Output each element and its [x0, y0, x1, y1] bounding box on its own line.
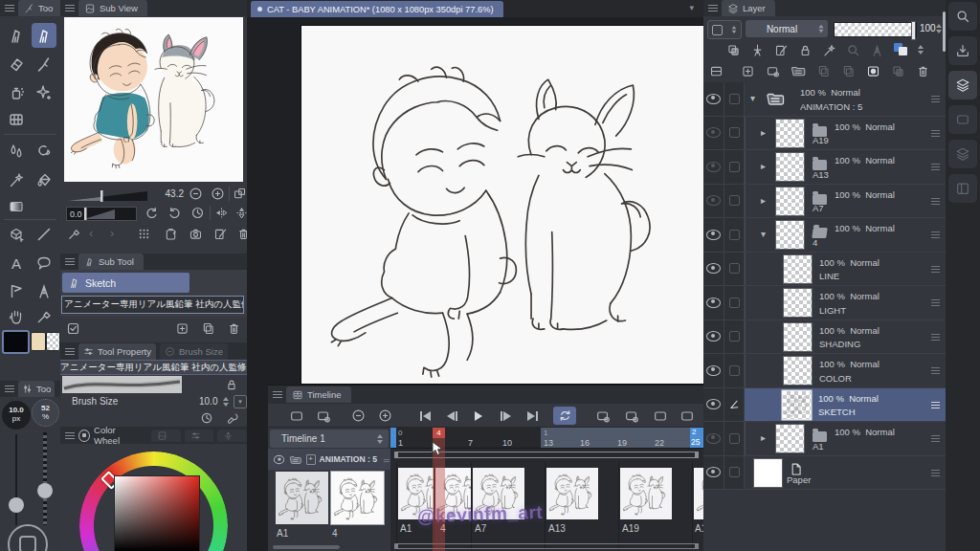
clip-to-layer-icon[interactable]: [726, 43, 741, 57]
brush-size-readout[interactable]: 10.0px: [2, 401, 31, 430]
stabilizer-dial[interactable]: [8, 524, 48, 551]
layer-checkbox[interactable]: [729, 162, 740, 172]
skip-to-start-button[interactable]: [413, 407, 436, 425]
layer-row-animation-folder[interactable]: ▾ 100 % Normal ANIMATION : 5: [703, 82, 946, 117]
sub-color-swatch[interactable]: [31, 332, 46, 351]
layer-thumbnail[interactable]: [784, 323, 812, 351]
tool-fill-button[interactable]: [32, 167, 56, 192]
toggle-check-button[interactable]: [66, 321, 80, 336]
new-animation-cel-button[interactable]: [620, 407, 643, 425]
tool-airbrush-button[interactable]: [4, 80, 29, 105]
visibility-eye-icon[interactable]: [706, 433, 721, 444]
tool-brush-button[interactable]: [32, 52, 56, 77]
cel-specification-button[interactable]: [676, 407, 699, 425]
draft-layer-icon[interactable]: [774, 43, 789, 57]
lock-preset-button[interactable]: [225, 378, 238, 391]
new-layer-settings-icon[interactable]: [766, 64, 780, 78]
layer-menu-icon[interactable]: [931, 130, 940, 137]
dock-layer-button[interactable]: [948, 71, 977, 99]
layer-thumbnail[interactable]: [776, 425, 804, 452]
dock-layer-property-button[interactable]: [948, 36, 977, 65]
tool-figure-button[interactable]: [32, 222, 56, 247]
tab-list-chevron-icon[interactable]: ▾: [689, 3, 694, 12]
zoom-out-button[interactable]: [189, 187, 203, 201]
visibility-eye-icon[interactable]: [706, 94, 721, 104]
import-camera-button[interactable]: [189, 227, 203, 241]
layer-menu-icon[interactable]: [931, 334, 940, 341]
panel-menu-icon[interactable]: [273, 391, 282, 398]
tab-color-slider[interactable]: [185, 430, 214, 442]
layer-thumbnail[interactable]: [784, 357, 812, 385]
layer-menu-icon[interactable]: [931, 402, 940, 408]
lock-transparent-icon[interactable]: [822, 43, 836, 57]
layer-row-light[interactable]: 100 % Normal LIGHT: [703, 286, 946, 320]
visibility-eye-icon[interactable]: [706, 162, 721, 172]
tab-sub-view[interactable]: Sub View: [78, 0, 147, 16]
layer-checkbox[interactable]: [729, 127, 740, 138]
playback-end-marker[interactable]: 2 25: [690, 428, 703, 449]
playback-start-marker[interactable]: [390, 428, 396, 449]
sub-tool-item-selected[interactable]: アニメーター専用リアル風鉛筆 社内の人監修: [61, 296, 244, 314]
sub-tool-group-sketch[interactable]: Sketch: [62, 273, 189, 293]
layer-checkbox[interactable]: [729, 230, 740, 240]
layer-row-paper[interactable]: Paper: [703, 456, 946, 491]
enable-mask-icon[interactable]: [846, 43, 860, 57]
layer-menu-icon[interactable]: [931, 164, 940, 170]
new-animation-folder-button[interactable]: [591, 407, 614, 425]
tab-color-set[interactable]: [151, 430, 181, 442]
layer-row-shading[interactable]: 100 % Normal SHADING: [703, 320, 946, 355]
collapse-chevron-icon[interactable]: ▾: [750, 93, 755, 103]
header-cel-thumbnail[interactable]: [276, 472, 328, 524]
visibility-eye-icon[interactable]: [706, 230, 721, 240]
lock-layer-icon[interactable]: [798, 43, 813, 57]
tool-operation-button[interactable]: [4, 222, 29, 247]
panel-menu-icon[interactable]: [65, 5, 75, 11]
layer-thumbnail[interactable]: [776, 187, 804, 215]
visibility-eye-icon[interactable]: [706, 467, 721, 477]
layer-menu-icon[interactable]: [931, 367, 940, 374]
sub-view-zoom-slider[interactable]: [67, 188, 149, 206]
advanced-settings-button[interactable]: [225, 411, 238, 425]
loop-playback-button[interactable]: [553, 407, 576, 425]
sub-view-image[interactable]: [64, 17, 243, 182]
layer-checkbox[interactable]: [729, 365, 740, 376]
panel-menu-icon[interactable]: [65, 348, 75, 355]
timeline-selector[interactable]: Timeline 1: [270, 430, 389, 448]
tool-balloon-button[interactable]: [32, 251, 56, 276]
layer-color-icon[interactable]: [894, 43, 908, 56]
delete-sub-tool-button[interactable]: [227, 321, 241, 336]
tab-sub-tool[interactable]: Sub Tool: [78, 253, 144, 270]
timeline-hscrollbar[interactable]: [273, 545, 340, 549]
tool-selection-pen-button[interactable]: [32, 278, 56, 303]
layer-checkbox[interactable]: [729, 433, 740, 444]
tab-tool-sliders[interactable]: Too: [18, 381, 55, 397]
next-frame-button[interactable]: [494, 407, 517, 425]
track-hscrollbar[interactable]: [394, 543, 699, 549]
create-mask-icon[interactable]: [866, 64, 880, 78]
brush-size-row[interactable]: Brush Size 10.0 ▾: [60, 395, 247, 410]
add-sub-tool-button[interactable]: [175, 321, 189, 336]
layer-thumbnail[interactable]: [784, 255, 812, 283]
dock-layer-search-button[interactable]: [948, 140, 977, 168]
brush-size-source-button[interactable]: ▾: [234, 395, 247, 408]
layer-palette-combo[interactable]: [707, 20, 742, 39]
expand-chevron-icon[interactable]: ▸: [761, 195, 766, 206]
playhead-flag[interactable]: 4: [433, 428, 445, 438]
timeline-zoom-out-button[interactable]: [346, 407, 369, 425]
edit-image-button[interactable]: [213, 227, 228, 241]
layer-menu-icon[interactable]: [931, 198, 940, 205]
reset-property-button[interactable]: [200, 411, 213, 425]
cel-a13[interactable]: A13: [545, 462, 619, 550]
header-cel-thumbnail-selected[interactable]: [331, 472, 384, 524]
previous-image-button[interactable]: ‹: [89, 226, 93, 240]
layer-checkbox[interactable]: [729, 195, 740, 206]
layer-checkbox[interactable]: [729, 331, 740, 342]
opacity-slider[interactable]: [834, 22, 917, 37]
sub-view-rotate-slider[interactable]: 0.0: [66, 207, 137, 221]
tab-tool-property[interactable]: Tool Property: [78, 343, 156, 360]
new-raster-layer-icon[interactable]: [741, 64, 755, 78]
opacity-spinner[interactable]: [936, 24, 942, 33]
rotate-cw-button[interactable]: [167, 206, 182, 220]
tab-brush-size[interactable]: Brush Size: [160, 343, 228, 360]
grid-button[interactable]: [137, 227, 151, 241]
